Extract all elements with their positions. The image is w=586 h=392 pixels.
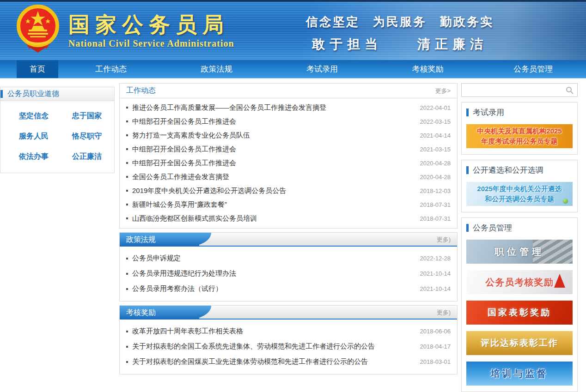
more-link-work-news[interactable]: 更多> [435, 87, 451, 95]
site-title: 国家公务员局 [68, 13, 234, 36]
panel-assessment-awards: 考核奖励 更多) 改革开放四十周年表彰工作相关表格2018-06-06 关于对拟… [119, 305, 458, 374]
news-item[interactable]: 公务员录用考察办法（试行）2021-10-14 [126, 281, 451, 296]
box-header: 公务员管理 [466, 223, 573, 233]
sidebar-link-loyal-to-country[interactable]: 忠于国家 [72, 111, 110, 121]
bullet-icon [126, 273, 128, 275]
nav-item-assessment-awards[interactable]: 考核奖励 [375, 60, 480, 78]
panel-work-news-header: 工作动态 更多> [120, 84, 457, 98]
search-box [461, 83, 578, 97]
box-header: 考试录用 [466, 107, 573, 118]
news-item[interactable]: 关于对拟表彰的全国工会系统先进集体、劳动模范和先进工作者进行公示的公告2018-… [126, 339, 451, 354]
banner-appraisal-commendation[interactable]: 评比达标表彰工作 [466, 331, 573, 355]
sidebar-link-devotion-to-duty[interactable]: 恪尽职守 [72, 132, 110, 141]
bullet-icon [126, 176, 128, 178]
nav-item-home[interactable]: 首页 [17, 60, 58, 78]
nav-item-exam-recruitment[interactable]: 考试录用 [269, 60, 375, 78]
panel-work-news: 工作动态 更多> 推进公务员工作高质量发展——全国公务员工作推进会发言摘登202… [119, 83, 458, 229]
work-news-list: 推进公务员工作高质量发展——全国公务员工作推进会发言摘登2022-04-01 中… [120, 98, 457, 228]
bullet-icon [126, 217, 128, 219]
box-header: 公开遴选和公开选调 [466, 165, 573, 175]
sidebar-links: 坚定信念 忠于国家 服务人民 恪尽职守 依法办事 公正廉洁 [0, 101, 114, 173]
panel-title-tab: 政策法规 [120, 233, 199, 247]
site-subtitle: National Civil Service Administration [68, 38, 234, 49]
panel-policies: 政策法规 更多) 公务员申诉规定2022-12-28 公务员录用违规违纪行为处理… [119, 232, 458, 302]
news-item[interactable]: 改革开放四十周年表彰工作相关表格2018-06-06 [126, 324, 451, 339]
blue-bar-icon [466, 109, 469, 116]
news-item[interactable]: 努力打造一支高素质专业化公务员队伍2021-04-14 [126, 128, 451, 142]
news-item[interactable]: 公务员录用违规违纪行为处理办法2021-10-14 [126, 266, 451, 281]
policies-list: 公务员申诉规定2022-12-28 公务员录用违规违纪行为处理办法2021-10… [120, 247, 457, 301]
news-item[interactable]: 新疆叶城公务员享用“廉政套餐”2018-07-31 [126, 198, 451, 211]
blue-bar-icon [0, 90, 3, 98]
news-item[interactable]: 中组部召开全国公务员工作推进会2021-03-15 [126, 142, 451, 156]
slogan-line-2: 敢于担当 清正廉洁 [306, 36, 494, 53]
panel-policies-header: 政策法规 更多) [120, 233, 457, 247]
panel-title-tab: 考核奖励 [120, 306, 199, 320]
bullet-icon [126, 331, 128, 332]
nav-item-civil-servant-mgmt[interactable]: 公务员管理 [481, 60, 586, 78]
banner-training-supervision[interactable]: 培训与监督 [466, 362, 573, 386]
sidebar-link-firm-belief[interactable]: 坚定信念 [19, 111, 56, 121]
banner-position-management[interactable]: 职位管理 [466, 240, 573, 264]
news-item[interactable]: 2019年度中央机关公开遴选和公开选调公务员公告2018-12-03 [126, 184, 451, 198]
box-open-selection: 公开遴选和公开选调 2025年度中央机关公开遴选 和公开选调公务员专题 [461, 160, 578, 212]
banner-assessment-awards[interactable]: 公务员考核奖励 [466, 270, 573, 294]
bullet-icon [126, 190, 128, 192]
search-icon[interactable] [566, 86, 574, 94]
news-item[interactable]: 中组部召开全国公务员工作推进会2022-03-15 [126, 115, 451, 128]
bullet-icon [126, 148, 128, 150]
slogan-line-1: 信念坚定 为民服务 勤政务实 [306, 14, 494, 30]
sidebar-link-serve-people[interactable]: 服务人民 [19, 132, 56, 141]
blue-bar-icon [466, 166, 469, 174]
banner-national-commendation[interactable]: 国家表彰奖励 [466, 301, 573, 325]
bullet-icon [126, 107, 128, 109]
bullet-icon [126, 162, 128, 164]
nav-item-work-news[interactable]: 工作动态 [58, 60, 164, 78]
panel-title: 工作动态 [126, 86, 156, 96]
bullet-icon [126, 204, 128, 205]
bullet-icon [126, 134, 128, 136]
sidebar-link-act-by-law[interactable]: 依法办事 [19, 152, 56, 162]
banner-open-selection-2025[interactable]: 2025年度中央机关公开遴选 和公开选调公务员专题 [466, 182, 573, 206]
bullet-icon [126, 258, 128, 259]
main-nav: 首页 工作动态 政策法规 考试录用 考核奖励 公务员管理 [0, 60, 586, 78]
sidebar-header: 公务员职业道德 [0, 87, 114, 101]
green-ball-icon [563, 199, 568, 204]
header-slogan: 信念坚定 为民服务 勤政务实 敢于担当 清正廉洁 [306, 14, 494, 53]
nav-item-policies[interactable]: 政策法规 [164, 60, 269, 78]
panel-assessment-awards-header: 考核奖励 更多) [120, 306, 457, 320]
news-item[interactable]: 全国公务员工作推进会发言摘登2020-04-28 [126, 170, 451, 184]
news-item[interactable]: 关于对拟表彰的全国煤炭工业先进集体劳动模范和先进工作者进行公示的公告2018-0… [126, 354, 451, 369]
sidebar-link-integrity[interactable]: 公正廉洁 [72, 152, 110, 162]
site-title-block: 国家公务员局 National Civil Service Administra… [68, 13, 234, 49]
news-item[interactable]: 公务员申诉规定2022-12-28 [126, 251, 451, 266]
blue-bar-icon [466, 224, 469, 232]
news-item[interactable]: 推进公务员工作高质量发展——全国公务员工作推进会发言摘登2022-04-01 [126, 101, 451, 115]
box-civil-servant-mgmt: 公务员管理 职位管理 公务员考核奖励 国家表彰奖励 评比达标表彰工作 培训与监督 [461, 217, 578, 392]
news-item[interactable]: 中组部召开全国公务员工作推进会2020-04-28 [126, 156, 451, 170]
more-link-assessment-awards[interactable]: 更多) [437, 306, 451, 320]
bullet-icon [126, 288, 128, 290]
more-link-policies[interactable]: 更多) [437, 233, 451, 247]
bullet-icon [126, 361, 128, 363]
search-input[interactable] [465, 84, 566, 96]
site-header: 国家公务员局 National Civil Service Administra… [0, 0, 586, 60]
national-emblem-logo [16, 5, 60, 57]
news-item[interactable]: 山西临汾尧都区创新模式抓实公务员培训2018-07-31 [126, 211, 451, 225]
banner-exam-recruitment-2025[interactable]: 中央机关及其直属机构2025 年度考试录用公务员专题 [466, 124, 573, 148]
sidebar-title: 公务员职业道德 [7, 89, 59, 99]
sidebar-professional-ethics: 公务员职业道德 坚定信念 忠于国家 服务人民 恪尽职守 依法办事 公正廉洁 [0, 87, 115, 173]
box-exam-recruitment: 考试录用 中央机关及其直属机构2025 年度考试录用公务员专题 [461, 102, 578, 155]
bullet-icon [126, 121, 128, 122]
bullet-icon [126, 346, 128, 348]
assessment-awards-list: 改革开放四十周年表彰工作相关表格2018-06-06 关于对拟表彰的全国工会系统… [120, 320, 457, 374]
